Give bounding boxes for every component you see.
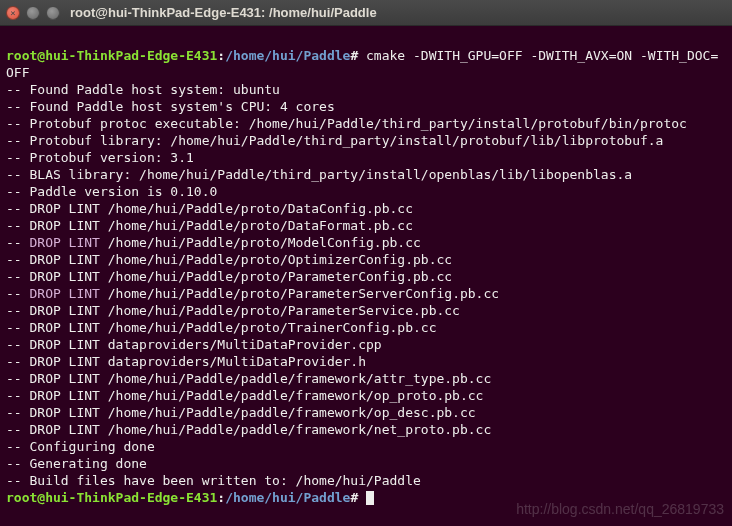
prompt-separator-colon: :: [217, 48, 225, 63]
output-line: -- DROP LINT /home/hui/Paddle/proto/Para…: [6, 285, 726, 302]
terminal-output: -- Found Paddle host system: ubuntu-- Fo…: [6, 81, 726, 489]
output-line: -- DROP LINT /home/hui/Paddle/proto/Trai…: [6, 319, 726, 336]
window-titlebar: × root@hui-ThinkPad-Edge-E431: /home/hui…: [0, 0, 732, 26]
output-line: -- Protobuf version: 3.1: [6, 149, 726, 166]
terminal-body[interactable]: root@hui-ThinkPad-Edge-E431:/home/hui/Pa…: [0, 26, 732, 526]
output-line: -- DROP LINT dataproviders/MultiDataProv…: [6, 336, 726, 353]
output-line: -- DROP LINT /home/hui/Paddle/proto/Data…: [6, 200, 726, 217]
output-line: -- DROP LINT /home/hui/Paddle/proto/Opti…: [6, 251, 726, 268]
output-line: -- DROP LINT /home/hui/Paddle/paddle/fra…: [6, 387, 726, 404]
output-line: -- Build files have been written to: /ho…: [6, 472, 726, 489]
output-line: -- Found Paddle host system: ubuntu: [6, 81, 726, 98]
close-icon[interactable]: ×: [6, 6, 20, 20]
drop-lint-label: DROP LINT: [29, 286, 99, 301]
output-line: -- Paddle version is 0.10.0: [6, 183, 726, 200]
output-line: -- Configuring done: [6, 438, 726, 455]
output-line: -- BLAS library: /home/hui/Paddle/third_…: [6, 166, 726, 183]
prompt-path: /home/hui/Paddle: [225, 48, 350, 63]
output-line: -- Found Paddle host system's CPU: 4 cor…: [6, 98, 726, 115]
prompt-path-2: /home/hui/Paddle: [225, 490, 350, 505]
maximize-icon[interactable]: [46, 6, 60, 20]
output-line: -- Protobuf protoc executable: /home/hui…: [6, 115, 726, 132]
output-line: -- DROP LINT /home/hui/Paddle/proto/Data…: [6, 217, 726, 234]
prompt-separator-colon-2: :: [217, 490, 225, 505]
cursor-icon: [366, 491, 374, 505]
output-line: -- DROP LINT /home/hui/Paddle/paddle/fra…: [6, 404, 726, 421]
prompt-separator-hash-2: #: [350, 490, 358, 505]
drop-lint-label: DROP LINT: [29, 235, 99, 250]
window-title: root@hui-ThinkPad-Edge-E431: /home/hui/P…: [70, 5, 377, 20]
output-line: -- DROP LINT dataproviders/MultiDataProv…: [6, 353, 726, 370]
minimize-icon[interactable]: [26, 6, 40, 20]
output-line: -- DROP LINT /home/hui/Paddle/paddle/fra…: [6, 421, 726, 438]
prompt-separator-hash: #: [350, 48, 358, 63]
output-line: -- Protobuf library: /home/hui/Paddle/th…: [6, 132, 726, 149]
output-line: -- DROP LINT /home/hui/Paddle/proto/Mode…: [6, 234, 726, 251]
prompt-user-host-2: root@hui-ThinkPad-Edge-E431: [6, 490, 217, 505]
output-line: -- DROP LINT /home/hui/Paddle/paddle/fra…: [6, 370, 726, 387]
prompt-user-host: root@hui-ThinkPad-Edge-E431: [6, 48, 217, 63]
watermark-text: http://blog.csdn.net/qq_26819733: [516, 501, 724, 518]
output-line: -- DROP LINT /home/hui/Paddle/proto/Para…: [6, 302, 726, 319]
output-line: -- Generating done: [6, 455, 726, 472]
output-line: -- DROP LINT /home/hui/Paddle/proto/Para…: [6, 268, 726, 285]
window-controls: ×: [6, 6, 60, 20]
